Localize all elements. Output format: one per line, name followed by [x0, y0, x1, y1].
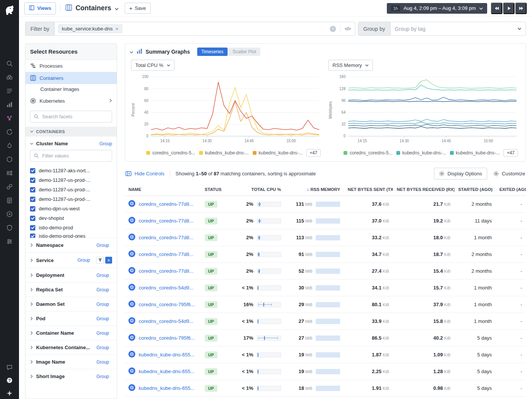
legend-more-badge[interactable]: +47	[504, 149, 518, 157]
metrics-icon[interactable]	[6, 101, 13, 108]
checkbox-checked[interactable]	[30, 206, 35, 211]
facet-group-link[interactable]: Group	[97, 359, 109, 365]
facet-filter-clear-button[interactable]: ×	[105, 257, 112, 264]
facet-group-link[interactable]: Group	[97, 273, 109, 278]
remove-tag-icon[interactable]: ×	[116, 26, 119, 32]
cluster-checkbox-item[interactable]: istio-demo-prod	[25, 223, 117, 232]
facet-group-link[interactable]: Group	[97, 316, 109, 321]
logs-icon[interactable]	[6, 197, 13, 204]
column-header-cpu[interactable]: TOTAL CPU %	[230, 183, 285, 196]
table-row[interactable]: kubedns_kube-dns-655... UP < 1% 18MiB 1.…	[125, 380, 526, 397]
checkbox-checked[interactable]	[30, 187, 35, 192]
collapse-chevron-icon[interactable]	[130, 48, 133, 55]
facet-group-link[interactable]: Group	[97, 302, 109, 307]
filter-values-input[interactable]	[41, 153, 108, 159]
cluster-checkbox-item[interactable]: demo-dpn-us-west	[25, 204, 117, 213]
table-row[interactable]: coredns_coredns-54d9... UP < 1% 27MiB 33…	[125, 313, 526, 330]
search-facets-input[interactable]	[41, 113, 108, 120]
facet-group-row[interactable]: Kubernetes Containe... Group	[25, 340, 117, 354]
facet-filter-chip[interactable]	[96, 257, 104, 264]
checkbox-checked[interactable]	[30, 178, 35, 183]
column-header-rx[interactable]: NET BYTES RECEIVED (RX)	[393, 183, 454, 196]
checkbox-checked[interactable]	[30, 225, 35, 230]
facet-group-row[interactable]: Service Group ×	[25, 252, 117, 268]
filter-tag-chip[interactable]: kube_service:kube-dns ×	[58, 24, 122, 33]
upgrade-sparkle-icon[interactable]	[6, 390, 13, 397]
container-name-link[interactable]: coredns_coredns-77d8...	[139, 251, 193, 257]
cluster-checkbox-item[interactable]: demo-11287-us-prod-...	[25, 185, 117, 194]
resource-item-kubernetes[interactable]: Kubernetes	[25, 95, 117, 107]
facet-group-row[interactable]: Pod Group	[25, 311, 117, 326]
facet-group-row[interactable]: Replica Set Group	[25, 282, 117, 297]
security-icon[interactable]	[6, 224, 13, 231]
tab-timeseries[interactable]: Timeseries	[197, 48, 228, 56]
hide-controls-button[interactable]: Hide Controls	[125, 171, 165, 176]
memory-metric-selector[interactable]: RSS Memory	[328, 60, 373, 71]
cluster-checkbox-item[interactable]: demo-11287-us-prod-...	[25, 194, 117, 204]
legend-item[interactable]: coredns_coredns-5...	[146, 150, 193, 156]
apm-icon[interactable]	[6, 115, 13, 122]
page-title-dropdown[interactable]: Containers	[65, 4, 119, 13]
network-icon[interactable]	[6, 183, 13, 190]
resource-item-processes[interactable]: Processes	[25, 60, 117, 72]
facet-group-link[interactable]: Group	[78, 258, 90, 263]
views-button[interactable]: Views	[24, 2, 56, 14]
table-row[interactable]: coredns_coredns-77d8... UP 2% 52MiB 27.4…	[125, 263, 526, 280]
cluster-checkbox-item[interactable]: demo-11287-aks-nort...	[25, 166, 117, 175]
pipelines-icon[interactable]	[6, 170, 13, 176]
code-query-icon[interactable]: </>	[340, 25, 351, 33]
checkbox-checked[interactable]	[30, 197, 35, 202]
watchdog-icon[interactable]	[6, 74, 13, 81]
rum-icon[interactable]	[6, 211, 13, 218]
checkbox-checked[interactable]	[30, 168, 35, 173]
table-row[interactable]: coredns_coredns-54d9... UP < 1% 30MiB 34…	[125, 280, 526, 296]
table-row[interactable]: kubedns_kube-dns-655... UP < 1% 19MiB 2.…	[125, 363, 526, 380]
checkbox-checked[interactable]	[30, 216, 35, 221]
datadog-logo[interactable]	[3, 3, 16, 16]
facet-group-link[interactable]: Group	[97, 287, 109, 292]
container-name-link[interactable]: coredns_coredns-77d8...	[139, 268, 193, 274]
table-row[interactable]: coredns_coredns-77d8... UP 2% 115MiB 37.…	[125, 213, 526, 229]
resource-item-container-images[interactable]: Container Images	[25, 84, 117, 95]
ci-icon[interactable]	[6, 129, 13, 135]
help-icon[interactable]: ?	[6, 377, 13, 384]
column-header-started[interactable]: STARTED (AGO)	[454, 183, 496, 196]
container-name-link[interactable]: coredns_coredns-795f6...	[139, 302, 195, 307]
column-header-mem[interactable]: ↓RSS MEMORY	[285, 183, 344, 196]
customize-button[interactable]: Customize	[493, 171, 525, 176]
container-name-link[interactable]: coredns_coredns-54d9...	[139, 285, 193, 291]
save-button[interactable]: + Save	[125, 3, 150, 14]
legend-item[interactable]: coredns_coredns-5...	[344, 150, 390, 156]
container-name-link[interactable]: coredns_coredns-77d8...	[139, 201, 193, 207]
legend-more-badge[interactable]: +47	[306, 149, 321, 157]
facet-group-row[interactable]: Daemon Set Group	[25, 297, 117, 311]
facet-group-link[interactable]: Group	[100, 141, 112, 146]
container-name-link[interactable]: coredns_coredns-77d8...	[139, 235, 193, 240]
table-row[interactable]: kubedns_kube-dns-655... UP < 1% 19MiB 1.…	[125, 347, 526, 363]
facet-cluster-name[interactable]: Cluster Name Group	[25, 137, 117, 150]
legend-item[interactable]: kubedns_kube-dns-...	[396, 150, 444, 156]
table-row[interactable]: coredns_coredns-77d8... UP 2% 113MiB 33.…	[125, 229, 526, 246]
legend-item[interactable]: kubedns_kube-dns-...	[450, 150, 497, 156]
facet-group-row[interactable]: Deployment Group	[25, 268, 117, 282]
container-name-link[interactable]: coredns_coredns-77d8...	[139, 218, 193, 224]
table-row[interactable]: coredns_coredns-77d8... UP 2% 91MiB 34.7…	[125, 246, 526, 263]
clear-filter-icon[interactable]: ×	[330, 26, 336, 32]
tab-scatter-plot[interactable]: Scatter Plot	[228, 48, 260, 56]
legend-item[interactable]: kubedns_kube-dns-...	[199, 150, 247, 156]
infrastructure-icon[interactable]	[6, 156, 13, 163]
cluster-checkbox-item[interactable]: demo-11287-us-prod-...	[25, 175, 117, 185]
settings-icon[interactable]	[6, 238, 13, 245]
facet-group-link[interactable]: Group	[97, 345, 109, 350]
facet-group-link[interactable]: Group	[97, 243, 109, 248]
container-name-link[interactable]: kubedns_kube-dns-655...	[139, 385, 195, 391]
resource-item-containers[interactable]: Containers	[25, 72, 117, 84]
feedback-chat-icon[interactable]	[6, 364, 13, 371]
memory-timeseries-chart[interactable]: 032649612816014:1514:3014:4515:00	[332, 74, 519, 146]
facet-group-row[interactable]: Short Image Group	[25, 369, 117, 383]
cpu-timeseries-chart[interactable]: 02040608010014:1514:3014:4515:00	[135, 74, 322, 146]
profiling-icon[interactable]	[6, 142, 13, 149]
facet-group-link[interactable]: Group	[97, 374, 109, 379]
container-name-link[interactable]: kubedns_kube-dns-655...	[139, 369, 195, 374]
column-header-tx[interactable]: NET BYTES SENT (TX)	[344, 183, 393, 196]
